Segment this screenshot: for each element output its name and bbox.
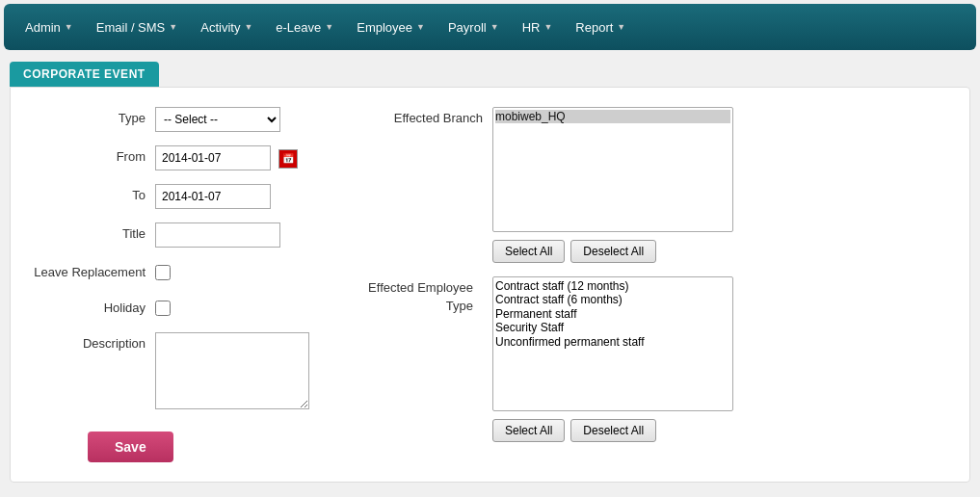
employee-deselect-all-button[interactable]: Deselect All [570,419,656,442]
nav-payroll[interactable]: Payroll ▼ [437,13,511,42]
navbar: Admin ▼ Email / SMS ▼ Activity ▼ e-Leave… [4,4,976,50]
title-label: Title [30,222,155,241]
title-row: Title [30,222,338,248]
branch-btn-row: Select All Deselect All [367,240,950,263]
effected-employee-row: Effected Employee Type Contract staff (1… [367,276,950,411]
page-tab-label: CORPORATE EVENT [10,62,159,87]
type-control: -- Select -- [155,107,338,132]
effected-branch-row: Effected Branch mobiweb_HQ [367,107,950,232]
form-left: Type -- Select -- From 📅 [30,107,338,462]
type-label: Type [30,107,155,125]
to-control [155,184,338,209]
nav-report-arrow: ▼ [617,22,625,32]
leave-replacement-control [155,261,338,283]
nav-email-sms-label: Email / SMS [96,20,166,35]
save-btn-row: Save [30,432,338,462]
effected-branch-listbox-wrapper: mobiweb_HQ [492,107,733,232]
nav-activity-arrow: ▼ [244,22,252,32]
nav-report-label: Report [575,20,613,35]
nav-e-leave-label: e-Leave [276,20,321,35]
nav-employee[interactable]: Employee ▼ [345,13,437,42]
nav-e-leave-arrow: ▼ [325,22,333,32]
main-card: Type -- Select -- From 📅 [10,87,970,483]
nav-admin-label: Admin [25,20,61,35]
nav-admin[interactable]: Admin ▼ [13,13,85,42]
nav-report[interactable]: Report ▼ [564,13,637,42]
leave-replacement-checkbox[interactable] [155,265,171,280]
emp-type-option-4[interactable]: Security Staff [495,321,730,334]
nav-payroll-arrow: ▼ [490,22,499,32]
effected-branch-label: Effected Branch [367,107,492,125]
calendar-img: 📅 [278,149,298,169]
emp-type-option-1[interactable]: Contract staff (12 months) [495,279,730,293]
type-select[interactable]: -- Select -- [155,107,280,132]
nav-employee-arrow: ▼ [416,22,425,32]
emp-label-group: Effected Employee Type [367,276,492,313]
holiday-label: Holiday [30,297,155,315]
effected-type-label: Type [367,295,483,313]
from-row: From 📅 [30,145,338,170]
from-calendar-icon[interactable]: 📅 [278,149,298,169]
nav-employee-label: Employee [357,20,412,35]
effected-branch-listbox[interactable]: mobiweb_HQ [492,107,733,232]
nav-hr[interactable]: HR ▼ [511,13,565,42]
employee-btn-row: Select All Deselect All [367,419,950,442]
branch-deselect-all-button[interactable]: Deselect All [570,240,656,263]
title-control [155,222,338,248]
employee-select-all-button[interactable]: Select All [492,419,565,442]
holiday-row: Holiday [30,297,338,319]
form-container: Type -- Select -- From 📅 [30,107,950,462]
description-label: Description [30,332,155,351]
to-input[interactable] [155,184,271,209]
nav-activity[interactable]: Activity ▼ [189,13,264,42]
holiday-control [155,297,338,319]
to-row: To [30,184,338,209]
from-control: 📅 [155,145,338,170]
description-control [155,332,338,412]
leave-replacement-label: Leave Replacement [30,261,155,279]
nav-e-leave[interactable]: e-Leave ▼ [264,13,345,42]
nav-admin-arrow: ▼ [65,22,73,32]
effected-employee-listbox-wrapper: Contract staff (12 months) Contract staf… [492,276,733,411]
emp-type-option-3[interactable]: Permanent staff [495,307,730,321]
nav-email-sms[interactable]: Email / SMS ▼ [85,13,189,42]
nav-activity-label: Activity [200,20,240,35]
title-input[interactable] [155,222,280,248]
type-row: Type -- Select -- [30,107,338,132]
save-button[interactable]: Save [88,432,173,462]
effected-employee-listbox[interactable]: Contract staff (12 months) Contract staf… [492,276,733,411]
to-label: To [30,184,155,202]
nav-payroll-label: Payroll [448,20,487,35]
holiday-checkbox[interactable] [155,301,171,316]
branch-select-all-button[interactable]: Select All [492,240,565,263]
form-right: Effected Branch mobiweb_HQ Select All De… [367,107,950,462]
nav-hr-arrow: ▼ [543,22,552,32]
effected-employee-label: Effected Employee [367,276,483,295]
description-row: Description [30,332,338,412]
description-textarea[interactable] [155,332,309,409]
emp-type-option-2[interactable]: Contract staff (6 months) [495,293,730,306]
nav-hr-label: HR [522,20,541,35]
from-input[interactable] [155,145,271,170]
emp-type-option-5[interactable]: Unconfirmed permanent staff [495,335,730,349]
leave-replacement-row: Leave Replacement [30,261,338,283]
branch-option-1[interactable]: mobiweb_HQ [495,110,730,123]
nav-email-sms-arrow: ▼ [169,22,177,32]
from-label: From [30,145,155,164]
